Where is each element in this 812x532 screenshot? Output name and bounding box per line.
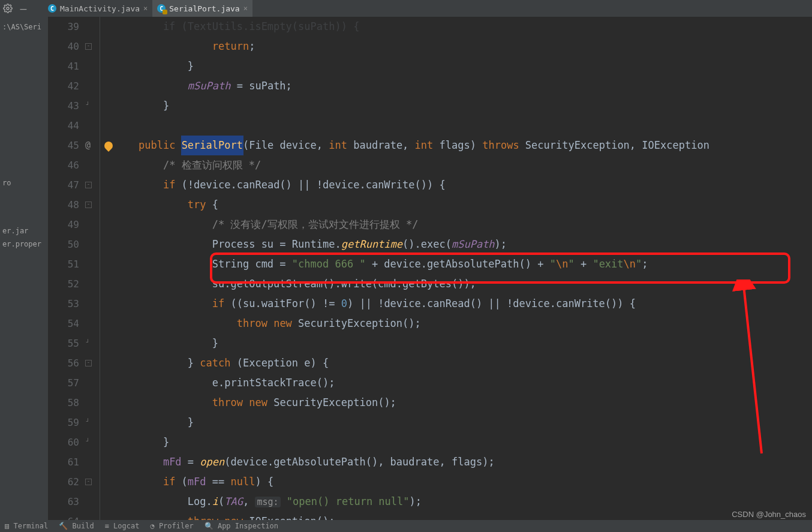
line-number: 45 <box>48 136 83 155</box>
gutter <box>83 294 114 314</box>
code-line[interactable]: if (mFd == null) { <box>114 472 812 492</box>
line-number: 58 <box>48 393 83 413</box>
line-number: 60 <box>48 432 83 452</box>
gutter <box>83 56 114 76</box>
gutter: - <box>83 37 114 56</box>
line-number: 39 <box>48 17 83 37</box>
gutter: ┘ <box>83 333 114 353</box>
project-path: :\AS\Seri <box>2 23 50 31</box>
code-line[interactable]: e.printStackTrace(); <box>114 373 812 393</box>
line-number: 46 <box>48 155 83 175</box>
tab-mainactivity[interactable]: C MainActivity.java × <box>43 0 152 17</box>
code-line[interactable]: throw new IOException(); <box>114 512 812 520</box>
project-node: ro <box>2 179 50 187</box>
fold-toggle-icon[interactable]: ┘ <box>85 341 91 346</box>
code-line[interactable]: /* 没有读/写权限，尝试对文件进行提权 */ <box>114 215 812 235</box>
tool-window-button[interactable]: ◔ Profiler <box>150 522 193 530</box>
code-line[interactable]: } <box>114 56 812 76</box>
gutter <box>83 274 114 294</box>
fold-toggle-icon[interactable]: - <box>85 182 92 188</box>
code-line[interactable]: } <box>114 432 812 452</box>
code-line[interactable]: try { <box>114 195 812 215</box>
code-line[interactable]: Log.i(TAG, msg: "open() return null"); <box>114 492 812 512</box>
gutter <box>83 155 114 175</box>
fold-toggle-icon[interactable]: ┘ <box>85 103 91 109</box>
java-class-icon: C <box>48 4 56 13</box>
gutter <box>83 393 114 413</box>
gutter: ┘ <box>83 413 114 432</box>
gutter <box>83 76 114 96</box>
code-editor[interactable]: 39 if (TextUtils.isEmpty(suPath)) {40- r… <box>48 17 812 520</box>
line-number: 47 <box>48 175 83 195</box>
line-number: 54 <box>48 314 83 333</box>
line-number: 57 <box>48 373 83 393</box>
code-line[interactable]: String cmd = "chmod 666 " + device.getAb… <box>114 254 812 274</box>
gutter: - <box>83 472 114 492</box>
line-number: 49 <box>48 215 83 235</box>
close-icon[interactable]: × <box>243 4 248 13</box>
fold-toggle-icon[interactable]: ┘ <box>85 420 91 425</box>
code-line[interactable]: throw new SecurityException(); <box>114 314 812 333</box>
svg-point-0 <box>7 7 9 10</box>
gutter <box>83 116 114 136</box>
settings-icon[interactable] <box>2 3 13 14</box>
tab-label: SerialPort.java <box>169 4 239 13</box>
project-node: er.jar <box>2 227 50 235</box>
gutter <box>83 452 114 472</box>
line-number: 51 <box>48 254 83 274</box>
code-line[interactable]: if ((su.waitFor() != 0) || !device.canRe… <box>114 294 812 314</box>
line-number: 63 <box>48 492 83 512</box>
code-line[interactable]: throw new SecurityException(); <box>114 393 812 413</box>
code-line[interactable]: mSuPath = suPath; <box>114 76 812 96</box>
code-line[interactable]: public SerialPort(File device, int baudr… <box>114 136 812 155</box>
gutter: - <box>83 175 114 195</box>
close-icon[interactable]: × <box>143 4 148 13</box>
code-line[interactable]: if (!device.canRead() || !device.canWrit… <box>114 175 812 195</box>
line-number: 41 <box>48 56 83 76</box>
code-line[interactable] <box>114 116 812 136</box>
line-number: 48 <box>48 195 83 215</box>
gutter <box>83 314 114 333</box>
code-line[interactable]: } catch (Exception e) { <box>114 353 812 373</box>
line-number: 62 <box>48 472 83 492</box>
tool-window-button[interactable]: 🔍 App Inspection <box>204 522 278 530</box>
gutter <box>83 17 114 37</box>
watermark-text: CSDN @John_chaos <box>732 510 806 519</box>
fold-toggle-icon[interactable]: - <box>85 479 92 485</box>
code-line[interactable]: } <box>114 96 812 116</box>
code-line[interactable]: } <box>114 333 812 353</box>
line-number: 40 <box>48 37 83 56</box>
fold-toggle-icon[interactable]: - <box>85 360 92 366</box>
line-number: 52 <box>48 274 83 294</box>
tool-window-button[interactable]: ▤ Terminal <box>5 522 48 530</box>
project-tool-window[interactable]: :\AS\Seri ro er.jar er.proper <box>0 17 53 520</box>
line-number: 42 <box>48 76 83 96</box>
gutter <box>83 373 114 393</box>
collapse-icon[interactable]: — <box>18 3 29 14</box>
code-line[interactable]: /* 检查访问权限 */ <box>114 155 812 175</box>
code-line[interactable]: } <box>114 413 812 432</box>
tool-window-button[interactable]: ≡ Logcat <box>105 522 140 530</box>
gutter: ┘ <box>83 96 114 116</box>
code-line[interactable]: su.getOutputStream().write(cmd.getBytes(… <box>114 274 812 294</box>
line-number: 61 <box>48 452 83 472</box>
line-number: 44 <box>48 116 83 136</box>
gutter: - <box>83 353 114 373</box>
code-line[interactable]: if (TextUtils.isEmpty(suPath)) { <box>114 17 812 37</box>
code-line[interactable]: return; <box>114 37 812 56</box>
java-class-locked-icon: C <box>157 4 166 13</box>
fold-toggle-icon[interactable]: - <box>85 43 92 50</box>
gutter <box>83 254 114 274</box>
gutter: ┘ <box>83 432 114 452</box>
code-line[interactable]: Process su = Runtime.getRuntime().exec(m… <box>114 235 812 254</box>
fold-toggle-icon[interactable]: - <box>85 202 92 208</box>
tool-window-button[interactable]: 🔨 Build <box>59 522 94 530</box>
gutter <box>83 235 114 254</box>
code-line[interactable]: mFd = open(device.getAbsolutePath(), bau… <box>114 452 812 472</box>
fold-toggle-icon[interactable]: ┘ <box>85 440 91 445</box>
tab-serialport[interactable]: C SerialPort.java × <box>152 0 252 17</box>
line-number: 50 <box>48 235 83 254</box>
intention-bulb-icon[interactable] <box>103 140 115 152</box>
project-node: er.proper <box>2 240 50 248</box>
gutter <box>83 492 114 512</box>
